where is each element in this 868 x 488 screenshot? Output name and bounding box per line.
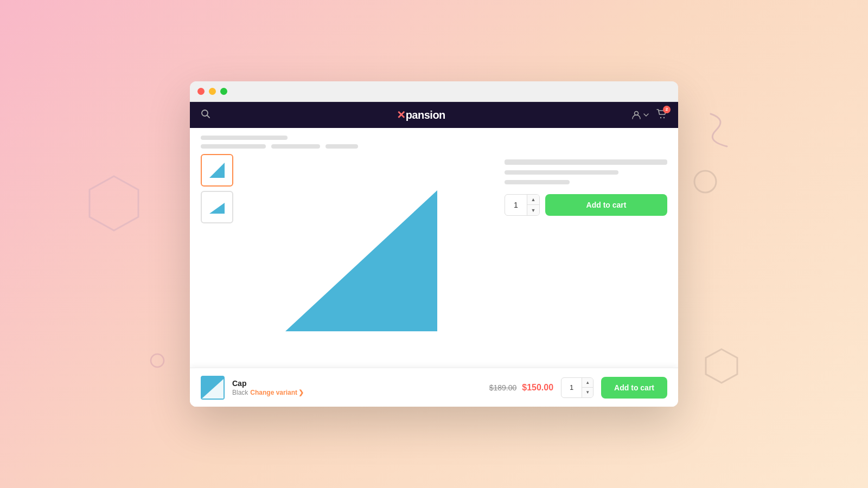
navbar-right: 2 xyxy=(631,109,667,121)
sticky-product-info: Cap Black Change variant ❯ xyxy=(232,379,304,396)
breadcrumb-seg2 xyxy=(271,144,320,149)
sticky-variant-row: Black Change variant ❯ xyxy=(232,389,304,396)
svg-marker-2 xyxy=(706,349,737,383)
add-to-cart-button[interactable]: Add to cart xyxy=(545,194,667,216)
sticky-quantity-arrows: ▲ ▼ xyxy=(582,378,593,397)
product-subtitle-placeholder xyxy=(505,170,618,175)
page-content: 1 ▲ ▼ Add to cart Cap xyxy=(190,128,678,407)
breadcrumb-seg1 xyxy=(201,144,266,149)
logo-x: ✕ xyxy=(397,109,406,121)
add-to-cart-row: 1 ▲ ▼ Add to cart xyxy=(505,194,667,216)
thumbnail-2[interactable] xyxy=(201,191,233,223)
svg-point-7 xyxy=(660,117,661,118)
product-price-placeholder xyxy=(505,180,570,184)
svg-marker-10 xyxy=(209,203,225,214)
sticky-new-price: $150.00 xyxy=(522,383,553,393)
cart-icon[interactable]: 2 xyxy=(656,109,667,121)
quantity-down-arrow[interactable]: ▼ xyxy=(527,205,539,215)
sticky-quantity-up[interactable]: ▲ xyxy=(582,378,593,388)
traffic-light-red[interactable] xyxy=(197,88,205,95)
product-left xyxy=(190,154,494,368)
thumbnails xyxy=(201,154,233,368)
user-menu[interactable] xyxy=(631,110,649,120)
sticky-product-name: Cap xyxy=(232,379,304,388)
traffic-light-yellow[interactable] xyxy=(209,88,216,95)
breadcrumb-line2 xyxy=(201,144,667,149)
svg-point-8 xyxy=(663,117,665,118)
svg-point-3 xyxy=(151,354,164,367)
main-product-image xyxy=(240,154,494,368)
browser-window: ✕pansion 2 xyxy=(190,81,678,407)
navbar: ✕pansion 2 xyxy=(190,102,678,128)
quantity-up-arrow[interactable]: ▲ xyxy=(527,195,539,205)
sticky-old-price: $189.00 xyxy=(489,383,517,392)
svg-point-1 xyxy=(694,171,716,192)
product-layout: 1 ▲ ▼ Add to cart xyxy=(190,154,678,368)
thumbnail-1[interactable] xyxy=(201,154,233,187)
svg-marker-12 xyxy=(202,379,224,399)
product-right: 1 ▲ ▼ Add to cart xyxy=(494,154,678,368)
svg-marker-0 xyxy=(90,176,138,230)
sticky-prices: $189.00 $150.00 xyxy=(489,383,553,393)
sticky-product-thumb xyxy=(201,376,225,400)
sticky-add-to-cart-button[interactable]: Add to cart xyxy=(601,377,667,399)
sticky-quantity-stepper[interactable]: 1 ▲ ▼ xyxy=(561,377,593,398)
traffic-light-green[interactable] xyxy=(220,88,227,95)
svg-marker-11 xyxy=(285,190,437,331)
breadcrumb-seg3 xyxy=(326,144,358,149)
breadcrumb-line1 xyxy=(201,136,288,140)
breadcrumb xyxy=(190,128,678,154)
sticky-quantity-down[interactable]: ▼ xyxy=(582,388,593,397)
search-icon[interactable] xyxy=(201,109,210,121)
quantity-value: 1 xyxy=(505,201,527,209)
product-title-placeholder xyxy=(505,159,667,165)
site-logo: ✕pansion xyxy=(210,108,631,121)
svg-marker-9 xyxy=(209,163,225,178)
browser-titlebar xyxy=(190,81,678,102)
svg-line-5 xyxy=(207,115,210,118)
change-variant-link[interactable]: Change variant ❯ xyxy=(250,389,304,396)
sticky-variant-label: Black xyxy=(232,389,248,396)
sticky-bar: Cap Black Change variant ❯ $189.00 $150.… xyxy=(190,368,678,407)
sticky-quantity-value: 1 xyxy=(561,383,582,391)
quantity-arrows: ▲ ▼ xyxy=(527,195,539,215)
quantity-stepper[interactable]: 1 ▲ ▼ xyxy=(505,194,540,216)
cart-badge: 2 xyxy=(663,106,671,113)
